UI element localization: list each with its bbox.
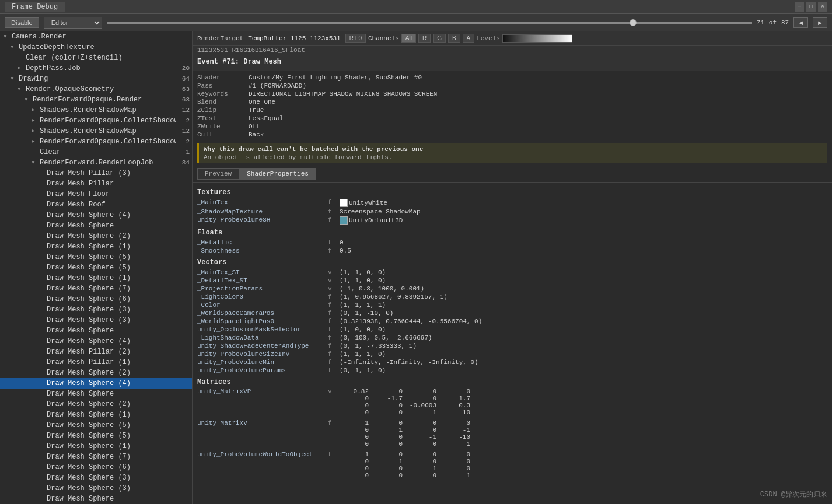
- tree-item[interactable]: ►Shadows.RenderShadowMap12: [0, 126, 192, 136]
- matrix-row: 0001: [197, 472, 827, 479]
- tree-item[interactable]: Draw Mesh Sphere (6): [0, 294, 192, 304]
- maximize-button[interactable]: □: [806, 2, 816, 12]
- detail-value: LessEqual: [249, 115, 283, 122]
- tree-item[interactable]: Draw Mesh Pillar (3): [0, 168, 192, 178]
- detail-row: KeywordsDIRECTIONAL LIGHTMAP_SHADOW_MIXI…: [197, 90, 827, 98]
- tree-item[interactable]: Clear1: [0, 147, 192, 158]
- tree-item[interactable]: ▼Render.OpaqueGeometry63: [0, 84, 192, 94]
- shader-properties: Textures_MainTexfUnityWhite_ShadowMapTex…: [193, 183, 832, 485]
- frame-slider[interactable]: [107, 22, 752, 24]
- tree-item[interactable]: Draw Mesh Floor: [0, 189, 192, 200]
- tree-item[interactable]: Draw Mesh Sphere: [0, 326, 192, 336]
- expand-arrow[interactable]: ▼: [11, 76, 18, 82]
- tree-item-label: Draw Mesh Pillar (3): [47, 169, 131, 177]
- channel-b[interactable]: B: [448, 34, 460, 43]
- tree-item[interactable]: Draw Mesh Sphere (4): [0, 336, 192, 346]
- levels-track[interactable]: [502, 34, 572, 43]
- tree-item[interactable]: Draw Mesh Sphere (2): [0, 399, 192, 410]
- expand-arrow[interactable]: ►: [18, 65, 25, 71]
- matrix-values: 0.82000: [340, 388, 470, 395]
- tree-item[interactable]: ►DepthPass.Job20: [0, 63, 192, 74]
- channel-g[interactable]: G: [433, 34, 446, 43]
- tree-item[interactable]: Draw Mesh Sphere (6): [0, 462, 192, 473]
- tree-item[interactable]: Draw Mesh Sphere (4): [0, 210, 192, 220]
- tree-item[interactable]: Draw Mesh Sphere: [0, 494, 192, 504]
- tree-item[interactable]: ▼RenderForward.RenderLoopJob34: [0, 158, 192, 168]
- matrix-cell: 0: [340, 465, 369, 472]
- tree-item[interactable]: ▼RenderForwardOpaque.Render63: [0, 94, 192, 105]
- tree-item[interactable]: ►RenderForwardOpaque.CollectShadows2: [0, 136, 192, 147]
- tree-item-label: Draw Mesh Pillar (1): [47, 358, 131, 366]
- tree-item[interactable]: Draw Mesh Sphere (3): [0, 483, 192, 494]
- prop-row: _MainTex_STv(1, 1, 0, 0): [197, 268, 827, 276]
- tree-item[interactable]: Draw Mesh Sphere (2): [0, 231, 192, 242]
- expand-arrow[interactable]: ►: [32, 118, 39, 124]
- expand-arrow[interactable]: ▼: [25, 97, 32, 103]
- tree-item[interactable]: Draw Mesh Sphere (2): [0, 368, 192, 378]
- matrix-cell: 0.82: [340, 388, 369, 395]
- channel-r[interactable]: R: [418, 34, 431, 43]
- minimize-button[interactable]: ─: [795, 2, 804, 12]
- tree-item[interactable]: Draw Mesh Sphere (3): [0, 304, 192, 315]
- tree-item[interactable]: Draw Mesh Pillar (1): [0, 357, 192, 368]
- tree-item[interactable]: Draw Mesh Sphere (5): [0, 262, 192, 273]
- tree-item-label: RenderForwardOpaque.CollectShadows: [40, 138, 176, 146]
- rt-number[interactable]: RT 0: [345, 34, 366, 43]
- prev-frame-button[interactable]: ◄: [793, 18, 808, 28]
- tree-item[interactable]: Draw Mesh Pillar (2): [0, 346, 192, 357]
- tree-item[interactable]: Draw Mesh Sphere: [0, 220, 192, 231]
- tree-item[interactable]: Draw Mesh Sphere (7): [0, 452, 192, 462]
- expand-arrow[interactable]: ▼: [32, 160, 39, 166]
- tree-item-label: Draw Mesh Sphere (1): [47, 442, 131, 450]
- prop-value: (1, 1, 0, 0): [340, 269, 386, 276]
- tree-item[interactable]: Draw Mesh Sphere (1): [0, 273, 192, 284]
- expand-arrow[interactable]: ►: [32, 128, 39, 134]
- next-frame-button[interactable]: ►: [813, 18, 827, 28]
- tree-item[interactable]: Draw Mesh Sphere (3): [0, 315, 192, 326]
- editor-dropdown[interactable]: Editor: [44, 17, 102, 29]
- prop-type: f: [328, 247, 337, 254]
- channel-all[interactable]: All: [401, 34, 416, 43]
- channel-a[interactable]: A: [463, 34, 475, 43]
- tree-item[interactable]: Draw Mesh Sphere (3): [0, 473, 192, 483]
- prop-name: unity_ShadowFadeCenterAndType: [197, 342, 326, 349]
- expand-arrow[interactable]: ▼: [4, 34, 11, 40]
- expand-arrow[interactable]: ▼: [18, 86, 25, 92]
- tree-item[interactable]: Draw Mesh Sphere (1): [0, 242, 192, 252]
- tree-item[interactable]: ▼UpdateDepthTexture: [0, 42, 192, 52]
- detail-key: ZTest: [197, 115, 244, 122]
- toolbar: Disable Editor 71 of 87 ◄ ►: [0, 14, 832, 32]
- tree-item[interactable]: Draw Mesh Sphere (4): [0, 378, 192, 388]
- warning-box: Why this draw call can't be batched with…: [197, 144, 827, 163]
- matrix-cell: 0: [407, 419, 436, 426]
- tree-item[interactable]: Draw Mesh Sphere (5): [0, 430, 192, 441]
- disable-button[interactable]: Disable: [5, 18, 39, 28]
- tree-item[interactable]: Draw Mesh Sphere (7): [0, 284, 192, 294]
- tree-item[interactable]: ▼Drawing64: [0, 74, 192, 84]
- tree-item[interactable]: Draw Mesh Sphere (1): [0, 410, 192, 420]
- section-title: Matrices: [197, 378, 827, 386]
- tree-item[interactable]: ►Shadows.RenderShadowMap12: [0, 105, 192, 116]
- tree-item[interactable]: Draw Mesh Sphere (1): [0, 441, 192, 452]
- close-button[interactable]: ×: [818, 2, 827, 12]
- tree-item[interactable]: Draw Mesh Sphere: [0, 388, 192, 399]
- tree-item[interactable]: Draw Mesh Roof: [0, 200, 192, 210]
- tree-item[interactable]: ▼Camera.Render: [0, 32, 192, 42]
- prop-row: _WorldSpaceLightPos0f(0.3213938, 0.76604…: [197, 317, 827, 326]
- detail-row: ZWriteOff: [197, 123, 827, 131]
- expand-arrow[interactable]: ▼: [11, 44, 18, 50]
- expand-arrow[interactable]: ►: [32, 107, 39, 113]
- tree-item[interactable]: ►RenderForwardOpaque.CollectShadows2: [0, 116, 192, 126]
- prop-value: (1, 0.9568627, 0.8392157, 1): [340, 293, 448, 300]
- tree-item[interactable]: Clear (color+Z+stencil): [0, 52, 192, 63]
- tree-item[interactable]: Draw Mesh Pillar: [0, 178, 192, 189]
- title-bar-tab[interactable]: Frame Debug: [5, 2, 65, 12]
- expand-arrow[interactable]: ►: [32, 139, 39, 145]
- tab-shader-properties[interactable]: ShaderProperties: [239, 168, 316, 180]
- tab-preview[interactable]: Preview: [197, 168, 239, 180]
- matrix-values: 00-1-10: [340, 433, 470, 440]
- tree-item[interactable]: Draw Mesh Sphere (5): [0, 420, 192, 430]
- matrix-row: 00-1-10: [197, 433, 827, 440]
- matrix-values: 0010: [340, 465, 470, 472]
- tree-item[interactable]: Draw Mesh Sphere (5): [0, 252, 192, 262]
